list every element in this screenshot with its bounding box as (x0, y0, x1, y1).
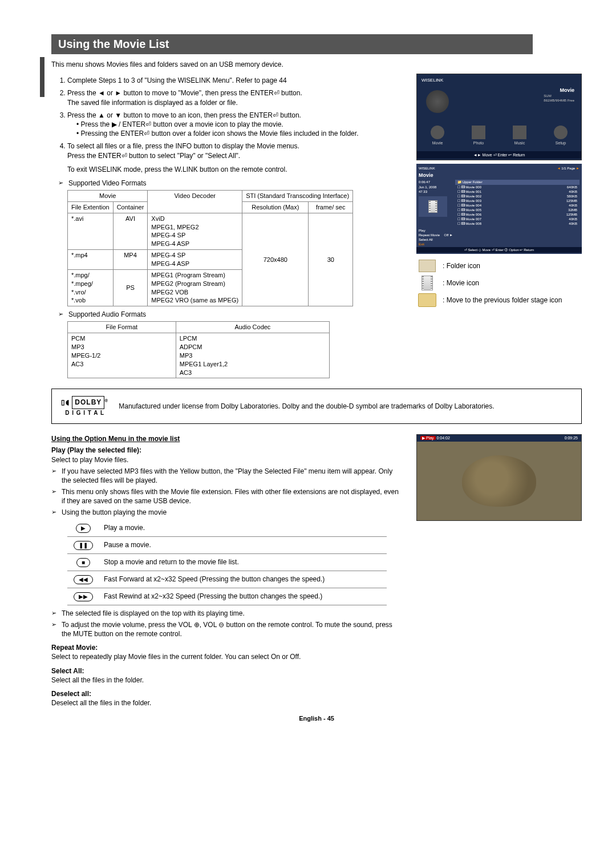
list-item: ☐ 🎞 Movie 00440KB (455, 203, 579, 208)
step-1: Complete Steps 1 to 3 of "Using the WISE… (67, 76, 403, 85)
list-item: ☐ 🎞 Movie 00840KB (455, 221, 579, 226)
play-note: Using the button playing the movie (51, 508, 403, 517)
setup-icon (554, 126, 568, 139)
menu-setup: Setup (546, 126, 575, 145)
video-formats-header: Supported Video Formats (58, 179, 403, 188)
wiselink-menu-screenshot: WISELINK Movie SUM 861MB/994MB Free Movi… (416, 74, 582, 160)
play-heading: Play (Play the selected file): (51, 446, 141, 454)
list-item: ☐ 🎞 Movie 000640KB (455, 185, 579, 189)
step-2: Press the ◄ or ► button to move to "Movi… (67, 88, 403, 107)
repeat-text: Select to repeatedly play Movie files in… (51, 652, 403, 661)
playback-screenshot: ▶ Play 0:04:02 0:09:25 (416, 434, 582, 521)
dolby-text: Manufactured under license from Dolby La… (119, 402, 494, 411)
list-item: ☐ 🎞 Movie 002580KB (455, 194, 579, 199)
after-note: The selected file is displayed on the to… (51, 609, 403, 618)
folder-icon (419, 260, 436, 272)
movie-icon (431, 126, 444, 139)
menu-photo: Photo (464, 126, 493, 145)
audio-formats-table: File FormatAudio Codec PCM MP3 MPEG-1/2 … (67, 321, 330, 378)
table-row: *.avi AVI XviD MPEG1, MPEG2 MPEG-4 SP MP… (68, 213, 353, 249)
table-row: PCM MP3 MPEG-1/2 AC3 LPCM ADPCM MP3 MPEG… (68, 333, 330, 378)
photo-icon (472, 126, 485, 139)
play-desc: Select to play Movie files. (51, 455, 403, 464)
dolby-logo: ▯◖ DOLBY® D I G I T A L (61, 396, 108, 417)
after-note: To adjust the movie volume, press the VO… (51, 620, 403, 638)
selectall-text: Select all the files in the folder. (51, 676, 403, 685)
play-note: If you have selected MP3 files with the … (51, 467, 403, 485)
steps-list: Complete Steps 1 to 3 of "Using the WISE… (51, 76, 403, 174)
movie-list-screenshot: WISELINK◄ 1/1 Page ► Movie 0:06:47 Jun 1… (416, 164, 582, 254)
music-icon (513, 126, 526, 139)
table-row: ❚❚Pause a movie. (67, 536, 387, 553)
table-row: ▶▶Fast Rewind at x2~x32 Speed (Pressing … (67, 588, 387, 605)
table-row: ◀◀Fast Forward at x2~x32 Speed (Pressing… (67, 571, 387, 588)
right-illustrations: WISELINK Movie SUM 861MB/994MB Free Movi… (416, 74, 582, 378)
menu-movie: Movie (423, 126, 452, 145)
rewind-button-icon: ◀◀ (74, 575, 93, 584)
film-thumb-icon (419, 196, 447, 217)
nav-bar: ◄► Move ⏎ Enter ↩ Return (417, 151, 581, 159)
menu-music: Music (505, 126, 534, 145)
previous-folder-icon (418, 293, 436, 307)
side-tab (40, 57, 44, 97)
list-item: ☐ 🎞 Movie 00140KB (455, 189, 579, 194)
movie-icon (422, 276, 433, 290)
table-row: ■Stop a movie and return to the movie fi… (67, 553, 387, 571)
stop-button-icon: ■ (76, 558, 90, 567)
list-item: ☐ 🎞 Movie 00532MB (455, 208, 579, 212)
intro-text: This menu shows Movies files and folders… (51, 60, 582, 69)
selectall-heading: Select All: (51, 667, 84, 675)
list-item: ☐ 🎞 Movie 00740KB (455, 217, 579, 221)
table-row: ▶Play a movie. (67, 520, 387, 537)
step-3: Press the ▲ or ▼ button to move to an ic… (67, 111, 403, 139)
icon-legend: : Folder icon : Movie icon : Move to the… (416, 258, 582, 308)
list-item: ☐ 🎞 Movie 003125MB (455, 199, 579, 203)
deselectall-text: Deselect all the files in the folder. (51, 698, 403, 708)
play-note: This menu only shows files with the Movi… (51, 487, 403, 506)
play-button-icon: ▶ (76, 524, 91, 533)
control-buttons-table: ▶Play a movie. ❚❚Pause a movie. ■Stop a … (67, 520, 387, 605)
audio-formats-header: Supported Audio Formats (58, 310, 403, 319)
film-reel-icon (426, 90, 449, 113)
dolby-box: ▯◖ DOLBY® D I G I T A L Manufactured und… (51, 389, 582, 424)
bear-photo (462, 455, 536, 507)
pause-button-icon: ❚❚ (74, 541, 93, 550)
deselectall-heading: Deselect all: (51, 690, 91, 698)
nav-bar: ⏎ Select ◇ Move ⏎ Enter 🛈 Option ↩ Retur… (416, 247, 582, 253)
step-4: To select all files or a file, press the… (67, 142, 403, 174)
fforward-button-icon: ▶▶ (74, 592, 93, 601)
page-footer: English - 45 (51, 714, 582, 723)
repeat-heading: Repeat Movie: (51, 644, 98, 652)
page-title: Using the Movie List (51, 34, 533, 54)
option-menu-header: Using the Option Menu in the movie list (51, 435, 180, 443)
video-formats-table: Movie Video Decoder STI (Standard Transc… (67, 190, 353, 306)
list-item: ☐ 🎞 Movie 006125MB (455, 212, 579, 217)
